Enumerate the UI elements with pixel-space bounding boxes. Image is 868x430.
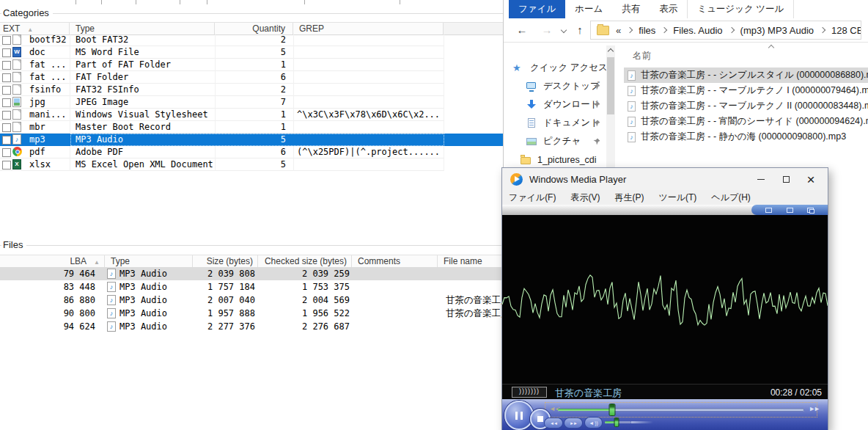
file-list-item[interactable]: 甘茶の音楽工房 - - 宵闇のシーサイド (000000094624).mp3: [624, 114, 868, 129]
row-checkbox[interactable]: [2, 61, 11, 70]
filename-cell: [446, 320, 503, 333]
breadcrumb-item[interactable]: 128 CBR: [820, 25, 861, 36]
file-row[interactable]: 83 448 MP3 Audio 1 757 184 1 753 375: [0, 280, 503, 294]
file-list-item[interactable]: 甘茶の音楽工房 - - マーブルテクノ II (000000083448).mp…: [624, 98, 868, 114]
menu-item[interactable]: 再生(P): [614, 192, 644, 204]
category-row[interactable]: mani... Windows Visual Stylesheet 1 ^\x3…: [0, 109, 503, 121]
row-checkbox[interactable]: [2, 123, 11, 132]
file-type-icon: [12, 34, 21, 45]
mute-button[interactable]: [585, 418, 602, 428]
close-button[interactable]: [798, 168, 823, 190]
scroll-up-icon[interactable]: [608, 48, 614, 54]
file-type-icon: [12, 134, 21, 145]
type-cell: FAT32 FSInfo: [76, 84, 213, 96]
nav-item[interactable]: 1_pictures_cdi: [504, 150, 606, 169]
wmp-quick-toolbar: [751, 205, 828, 215]
file-name: 甘茶の音楽工房 - - 宵闇のシーサイド (000000094624).mp3: [641, 115, 868, 128]
sort-asc-icon[interactable]: [768, 45, 774, 51]
row-checkbox[interactable]: [2, 48, 11, 57]
seek-slider[interactable]: [558, 408, 804, 412]
pause-button[interactable]: [504, 401, 534, 430]
menu-item[interactable]: ヘルプ(H): [711, 192, 751, 204]
file-row[interactable]: 94 624 MP3 Audio 2 277 376 2 276 687: [0, 320, 503, 333]
row-checkbox[interactable]: [2, 136, 11, 145]
grep-cell: [297, 134, 444, 146]
ribbon-tab[interactable]: 共有: [612, 0, 650, 18]
menu-item[interactable]: ツール(T): [658, 192, 696, 204]
recent-locations-icon[interactable]: [561, 27, 567, 33]
file-list-item[interactable]: 甘茶の音楽工房 - - シンプルスタイル (000000086880).mp3: [624, 68, 868, 83]
category-row[interactable]: bootf32 Boot FAT32 2: [0, 34, 503, 46]
row-checkbox[interactable]: [2, 98, 11, 107]
column-header-type[interactable]: Type: [70, 23, 215, 34]
category-row[interactable]: mp3 MP3 Audio 5: [0, 134, 503, 146]
ribbon-tab[interactable]: 表示: [650, 0, 687, 18]
show-menu-icon[interactable]: [765, 208, 772, 213]
column-header-filename[interactable]: File name: [438, 255, 503, 268]
column-header-quantity[interactable]: Quantity: [215, 23, 293, 34]
column-header-ext[interactable]: EXT▲: [0, 23, 70, 34]
ribbon-tab[interactable]: ファイル: [509, 0, 565, 18]
row-checkbox[interactable]: [2, 161, 11, 170]
wmp-title-bar[interactable]: Windows Media Player: [502, 168, 828, 190]
files-body: 79 464 MP3 Audio 2 039 808 2 039 259 83 …: [0, 267, 503, 333]
category-row[interactable]: fat ... Part of FAT Folder 1: [0, 59, 503, 71]
column-header-grep[interactable]: GREP: [293, 23, 444, 34]
category-row[interactable]: fsinfo FAT32 FSInfo 2: [0, 84, 503, 96]
category-row[interactable]: jpg JPEG Image 7: [0, 96, 503, 109]
column-header-comments[interactable]: Comments: [352, 255, 438, 268]
breadcrumb-item[interactable]: (mp3) MP3 Audio: [729, 25, 814, 36]
breadcrumb[interactable]: « files Files. Audio (mp3) MP: [590, 21, 861, 40]
volume-slider[interactable]: [605, 421, 631, 423]
column-header-checked-size[interactable]: Checked size (bytes): [258, 255, 352, 268]
seek-thumb[interactable]: [608, 404, 615, 416]
menu-item[interactable]: 表示(V): [570, 192, 600, 204]
skin-mode-icon[interactable]: [807, 208, 814, 213]
breadcrumb-item[interactable]: Files. Audio: [662, 25, 722, 36]
type-cell: MS Excel Open XML Document: [76, 158, 213, 171]
column-header-lba[interactable]: LBA▲: [0, 255, 105, 268]
category-row[interactable]: pdf Adobe PDF 6 (^\x25PDF)|(^.project...…: [0, 146, 503, 158]
file-row[interactable]: 86 880 MP3 Audio 2 007 040 2 004 569 甘茶の…: [0, 294, 503, 307]
row-checkbox[interactable]: [2, 86, 11, 95]
full-mode-icon[interactable]: [787, 208, 793, 213]
filename-cell: 甘茶の音楽工房: [446, 294, 503, 307]
breadcrumb-item[interactable]: files: [628, 25, 655, 36]
menu-item[interactable]: ファイル(F): [509, 192, 556, 204]
name-column-header[interactable]: 名前: [633, 50, 651, 62]
back-button[interactable]: [514, 22, 530, 38]
category-row[interactable]: fat ... FAT Folder 6: [0, 71, 503, 84]
maximize-button[interactable]: [773, 168, 798, 190]
minimize-button[interactable]: [749, 168, 773, 190]
row-checkbox[interactable]: [2, 73, 11, 82]
grep-cell: (^\x25PDF)|(^.project......: [297, 146, 444, 158]
row-checkbox[interactable]: [2, 111, 11, 120]
file-row[interactable]: 79 464 MP3 Audio 2 039 808 2 039 259: [0, 267, 503, 280]
category-row[interactable]: doc MS Word File 5: [0, 46, 503, 59]
ribbon-tab[interactable]: ホーム: [565, 0, 612, 18]
forward-button[interactable]: [539, 22, 555, 38]
checked-size-cell: 2 004 569: [258, 294, 350, 307]
mp3-file-icon: [107, 321, 116, 332]
row-checkbox[interactable]: [2, 148, 11, 157]
up-button[interactable]: [572, 22, 588, 38]
file-name: 甘茶の音楽工房 - - シンプルスタイル (000000086880).mp3: [641, 69, 868, 81]
wmp-visualization[interactable]: [502, 215, 828, 384]
category-row[interactable]: xlsx MS Excel Open XML Document 5: [0, 158, 503, 171]
filename-cell: 甘茶の音楽工房: [446, 307, 503, 320]
row-checkbox[interactable]: [2, 36, 11, 45]
breadcrumb-overflow[interactable]: «: [616, 25, 621, 36]
fast-forward-icon[interactable]: [809, 405, 819, 412]
next-button[interactable]: [564, 418, 582, 428]
ribbon-tab[interactable]: ミュージック ツール: [687, 0, 794, 18]
column-header-size[interactable]: Size (bytes): [193, 255, 258, 268]
filename-cell: [446, 267, 503, 280]
file-row[interactable]: 90 800 MP3 Audio 1 957 888 1 956 522 甘茶の…: [0, 307, 503, 320]
file-list-item[interactable]: 甘茶の音楽工房 - - 静かの海 (000000090800).mp3: [624, 129, 868, 145]
file-list-item[interactable]: 甘茶の音楽工房 - - マーブルテクノ I (000000079464).mp3: [624, 83, 868, 98]
volume-thumb[interactable]: [614, 418, 619, 427]
volume-track-tail: [631, 421, 653, 423]
category-row[interactable]: mbr Master Boot Record 1: [0, 121, 503, 134]
previous-button[interactable]: [545, 418, 562, 428]
column-header-type[interactable]: Type: [105, 255, 193, 268]
